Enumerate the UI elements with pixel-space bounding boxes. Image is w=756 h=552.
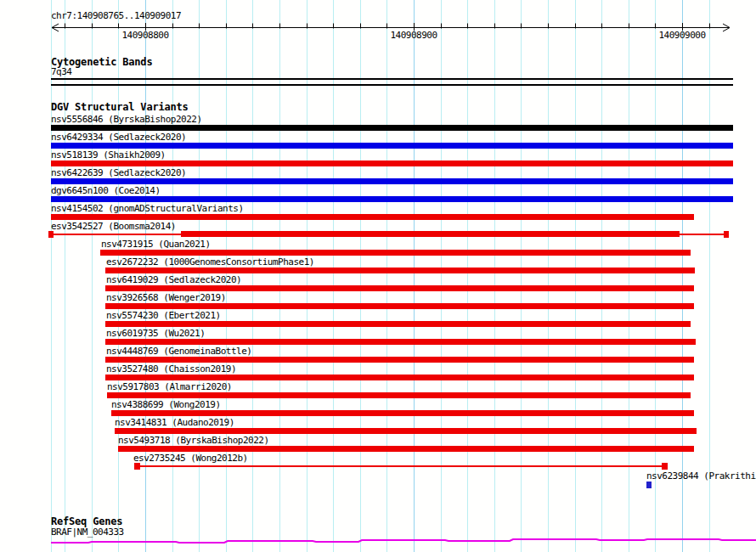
variant-label: esv3542527 (Boomsma2014) [51,222,176,231]
gene-intron-line[interactable] [51,539,756,543]
variant-endpoint-right[interactable] [724,231,729,238]
variant-bar[interactable] [105,375,694,380]
ruler-tick-label: 140908800 [121,30,168,41]
variant-bar[interactable] [105,268,695,273]
variant-label: nsv6419029 (Sedlazeck2020) [106,275,241,284]
variant-bar[interactable] [105,339,696,345]
variant-bar[interactable] [115,428,697,434]
variant-bar[interactable] [51,143,733,149]
variant-label: nsv4731915 (Quan2021) [101,239,211,249]
variant-label: nsv4388699 (Wong2019) [111,400,221,409]
variant-label: nsv3414831 (Audano2019) [115,418,234,427]
variant-bar[interactable] [51,196,733,202]
variant-bar[interactable] [181,231,680,237]
variant-bar[interactable] [51,125,733,131]
variant-range-line[interactable] [139,465,663,467]
variant-endpoint-right[interactable] [662,463,668,470]
variant-bar[interactable] [105,357,694,363]
variant-label: esv2735245 (Wong2012b) [133,453,248,463]
ruler[interactable] [0,0,756,42]
variant-point[interactable] [646,482,652,488]
variant-bar[interactable] [105,303,694,309]
variant-label: nsv5917803 (Almarri2020) [107,382,232,391]
gene-braf-line[interactable] [0,533,756,552]
variant-endpoint-left[interactable] [134,463,140,470]
variant-label: esv2672232 (1000GenomesConsortiumPhase1) [106,257,314,267]
variant-endpoint-left[interactable] [48,231,54,238]
variant-bar[interactable] [100,250,691,256]
variant-bar[interactable] [51,178,733,184]
variant-label: nsv6422639 (Sedlazeck2020) [51,168,186,177]
variant-label: nsv6019735 (Wu2021) [106,329,205,338]
variant-label: nsv518139 (Shaikh2009) [51,150,166,160]
ruler-tick-label: 140909000 [658,30,705,41]
variant-bar[interactable] [51,161,733,166]
variant-label: nsv5574230 (Ebert2021) [106,311,221,320]
variant-label: nsv3527480 (Chaisson2019) [106,364,236,374]
variant-label: dgv6645n100 (Coe2014) [51,186,161,195]
track-title-dgv: DGV Structural Variants [51,102,189,112]
genome-browser-panel: chr7:140908765..140909017 14090880014090… [0,0,756,552]
variant-label: nsv6239844 (Prakrithi2 [646,471,756,481]
variant-label: nsv3926568 (Wenger2019) [106,293,226,302]
variant-bar[interactable] [51,214,694,220]
variant-bar[interactable] [111,410,694,416]
variant-label: nsv5556846 (ByrskaBishop2022) [51,115,202,124]
cytoband-label: 7q34 [51,67,72,76]
ruler-tick-label: 140908900 [390,30,437,41]
variant-bar[interactable] [105,321,691,327]
variant-label: nsv5493718 (ByrskaBishop2022) [118,436,269,445]
variant-bar[interactable] [118,446,694,452]
variant-bar[interactable] [105,285,694,291]
cytoband-7q34[interactable] [51,78,733,86]
variant-label: nsv4154502 (gnomADStructuralVariants) [51,204,244,213]
track-title-refseq: RefSeq Genes [51,516,122,527]
variant-label: nsv6429334 (Sedlazeck2020) [51,132,186,142]
variant-bar[interactable] [107,392,691,398]
variant-label: nsv4448769 (GenomeinaBottle) [106,346,251,356]
